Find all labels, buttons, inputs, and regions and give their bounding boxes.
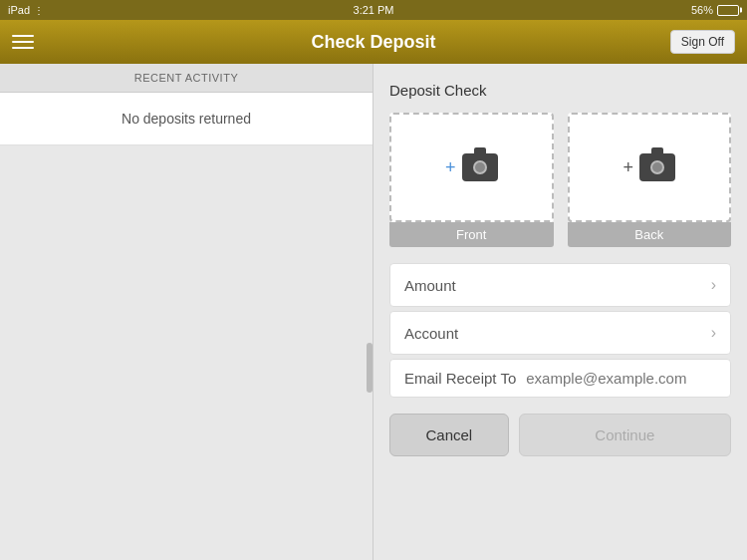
cancel-button[interactable]: Cancel	[389, 414, 509, 456]
status-right: 56%	[691, 4, 739, 16]
account-chevron-icon: ›	[711, 324, 716, 342]
front-plus-icon: +	[445, 157, 456, 178]
page-title: Check Deposit	[311, 32, 435, 53]
status-time: 3:21 PM	[354, 4, 394, 16]
account-label: Account	[404, 325, 458, 342]
email-label: Email Receipt To	[404, 370, 516, 387]
main-content: RECENT ACTIVITY No deposits returned Dep…	[0, 64, 747, 560]
back-camera-lens	[650, 160, 664, 174]
status-left: iPad ⋮	[8, 4, 44, 16]
back-upload-button[interactable]: +	[568, 113, 732, 222]
battery-icon	[717, 5, 739, 16]
front-label: Front	[389, 222, 554, 247]
back-plus-icon: +	[622, 157, 633, 178]
back-label: Back	[568, 222, 732, 247]
action-buttons: Cancel Continue	[389, 414, 731, 456]
front-camera-icon	[462, 153, 498, 181]
recent-activity-header: RECENT ACTIVITY	[0, 64, 373, 93]
back-camera-icon	[639, 153, 675, 181]
back-check-box: + Back	[568, 113, 732, 247]
sign-off-button[interactable]: Sign Off	[670, 30, 735, 54]
wifi-icon: ⋮	[34, 5, 44, 16]
amount-field[interactable]: Amount ›	[389, 263, 731, 307]
battery-percent: 56%	[691, 4, 713, 16]
back-camera-icon-wrap: +	[622, 153, 675, 181]
front-camera-lens	[473, 160, 487, 174]
front-upload-button[interactable]: +	[389, 113, 554, 222]
email-input[interactable]	[526, 370, 716, 387]
check-images-row: + Front +	[389, 113, 731, 247]
continue-button[interactable]: Continue	[519, 414, 731, 456]
email-section: Email Receipt To	[389, 359, 731, 398]
amount-section: Amount ›	[389, 263, 731, 307]
account-field[interactable]: Account ›	[389, 311, 731, 355]
account-section: Account ›	[389, 311, 731, 355]
deposit-check-title: Deposit Check	[389, 82, 731, 99]
front-check-box: + Front	[389, 113, 554, 247]
scroll-indicator[interactable]	[367, 343, 373, 393]
carrier-label: iPad	[8, 4, 30, 16]
menu-button[interactable]	[12, 35, 34, 49]
no-deposits-message: No deposits returned	[0, 93, 373, 145]
amount-chevron-icon: ›	[711, 276, 716, 294]
recent-activity-label: RECENT ACTIVITY	[134, 72, 238, 84]
amount-label: Amount	[404, 277, 456, 294]
status-bar: iPad ⋮ 3:21 PM 56%	[0, 0, 747, 20]
front-camera-icon-wrap: +	[445, 153, 498, 181]
header: Check Deposit Sign Off	[0, 20, 747, 64]
right-panel: Deposit Check + Front	[374, 64, 747, 560]
left-panel: RECENT ACTIVITY No deposits returned	[0, 64, 374, 560]
